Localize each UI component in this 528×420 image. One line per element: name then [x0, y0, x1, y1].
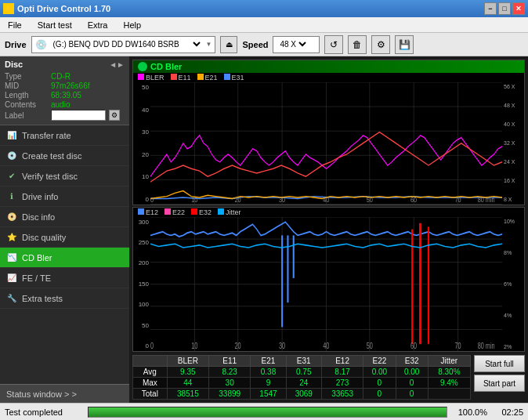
sidebar-item-transfer-rate[interactable]: 📊 Transfer rate	[0, 125, 129, 146]
chart1-legend: BLER E11 E21 E31	[133, 73, 524, 82]
legend2-jitter: Jitter	[218, 208, 241, 216]
y2r-6pct: 6%	[504, 281, 512, 287]
disc-label-input[interactable]	[51, 110, 106, 121]
svg-text:60: 60	[410, 341, 417, 350]
drive-label: Drive	[5, 40, 27, 49]
extra-tests-icon: 🔧	[6, 293, 17, 304]
legend1-bler: BLER	[138, 74, 165, 81]
erase-button[interactable]: 🗑	[348, 35, 367, 54]
disc-type-row: Type CD-R	[5, 72, 125, 81]
main-layout: Disc ◄► Type CD-R MID 97m26s66f Length 6…	[0, 56, 528, 403]
td-avg-e22: 0.00	[363, 367, 396, 378]
eject-button[interactable]: ⏏	[220, 36, 237, 53]
drive-select-dropdown[interactable]: (G:) BENQ DVD DD DW1640 BSRB	[50, 39, 203, 49]
drive-selector[interactable]: 💿 (G:) BENQ DVD DD DW1640 BSRB ▼	[31, 36, 216, 53]
label-gear-button[interactable]: ⚙	[109, 110, 120, 121]
speed-selector[interactable]: 48 X	[273, 36, 320, 53]
sidebar-item-cd-bler[interactable]: 📉 CD Bler	[0, 248, 129, 268]
y2-200: 200	[139, 259, 149, 266]
y2-100: 100	[139, 301, 149, 308]
td-avg-e31: 0.75	[286, 367, 321, 378]
table-row-total: Total 38515 33899 1547 3069 33653 0 0	[133, 389, 471, 400]
th-empty	[133, 356, 168, 367]
y2r-8pct: 8%	[504, 250, 512, 255]
y2r-4pct: 4%	[504, 313, 512, 318]
sidebar-item-verify-test-disc[interactable]: ✔ Verify test disc	[0, 166, 129, 186]
td-avg-e21: 0.38	[251, 367, 286, 378]
sidebar-item-cd-bler-label: CD Bler	[22, 253, 52, 262]
th-e31: E31	[286, 356, 321, 367]
sidebar-item-create-test-disc[interactable]: 💿 Create test disc	[0, 146, 129, 166]
chart2-y-axis-left: 300 250 200 150 100 50 0	[133, 217, 150, 352]
minimize-button[interactable]: −	[484, 2, 497, 15]
app-icon: ⚡	[3, 3, 14, 14]
svg-text:70: 70	[454, 341, 461, 350]
chart1-title-text: CD Bler	[150, 62, 182, 71]
chart2-y-axis-right: 10% 8% 6% 4% 2%	[502, 217, 524, 352]
legend1-e11: E11	[171, 74, 191, 81]
td-max-bler: 44	[167, 378, 208, 389]
fe-te-icon: 📈	[6, 273, 17, 284]
td-total-e31: 3069	[286, 389, 321, 400]
start-full-button[interactable]: Start full	[474, 355, 525, 372]
save-button[interactable]: 💾	[395, 35, 414, 54]
disc-header: Disc ◄►	[5, 60, 125, 69]
svg-text:60: 60	[410, 195, 417, 204]
svg-text:50: 50	[367, 341, 373, 350]
sidebar-item-disc-info[interactable]: 📀 Disc info	[0, 207, 129, 227]
sidebar-item-transfer-rate-label: Transfer rate	[22, 131, 71, 140]
td-max-jitter: 9.4%	[428, 378, 470, 389]
table-row-avg: Avg 9.35 8.23 0.38 0.75 8.17 0.00 0.00 8…	[133, 367, 471, 378]
nav-section: 📊 Transfer rate 💿 Create test disc ✔ Ver…	[0, 125, 129, 384]
td-avg-jitter: 8.30%	[428, 367, 470, 378]
svg-text:20: 20	[235, 341, 241, 350]
svg-text:50: 50	[367, 195, 373, 204]
td-avg-e32: 0.00	[396, 367, 428, 378]
td-max-e11: 30	[209, 378, 251, 389]
y2-250: 250	[139, 239, 149, 246]
content-area: CD Bler BLER E11 E21 E31 50 40 30 20 10	[129, 56, 528, 403]
verify-test-disc-icon: ✔	[6, 171, 17, 182]
y1r-56x: 56 X	[504, 84, 515, 89]
sidebar-item-disc-info-label: Disc info	[22, 212, 55, 222]
disc-arrow[interactable]: ◄►	[109, 60, 125, 69]
th-bler: BLER	[167, 356, 208, 367]
legend1-e21: E21	[197, 74, 218, 81]
td-total-jitter	[428, 389, 470, 400]
sidebar-item-extra-tests[interactable]: 🔧 Extra tests	[0, 288, 129, 309]
table-row-max: Max 44 30 9 24 273 0 0 9.4%	[133, 378, 471, 389]
menu-extra[interactable]: Extra	[83, 19, 113, 31]
sidebar-item-fe-te[interactable]: 📈 FE / TE	[0, 268, 129, 288]
menu-bar: File Start test Extra Help	[0, 17, 528, 33]
stats-table: BLER E11 E21 E31 E12 E22 E32 Jitter Avg …	[132, 355, 471, 400]
svg-text:0: 0	[150, 341, 154, 350]
svg-text:80 min: 80 min	[478, 195, 495, 204]
chart1-svg: 0 10 20 30 40 50 60 70 80 min	[150, 82, 502, 205]
settings-button[interactable]: ⚙	[371, 35, 390, 54]
status-text: Test completed	[5, 407, 83, 417]
td-total-e22: 0	[363, 389, 396, 400]
menu-file[interactable]: File	[3, 19, 27, 31]
status-window-label: Status window > >	[6, 389, 77, 399]
transfer-rate-icon: 📊	[6, 130, 17, 141]
disc-panel-title: Disc	[5, 60, 23, 69]
y1r-8x: 8 X	[504, 197, 512, 202]
menu-help[interactable]: Help	[118, 19, 146, 31]
close-button[interactable]: ✕	[512, 2, 525, 15]
maximize-button[interactable]: □	[498, 2, 511, 15]
speed-select-dropdown[interactable]: 48 X	[277, 39, 309, 49]
disc-label-row: Label ⚙	[5, 110, 125, 121]
start-buttons: Start full Start part	[474, 355, 525, 392]
status-window-button[interactable]: Status window > >	[0, 384, 129, 403]
start-part-button[interactable]: Start part	[474, 375, 525, 392]
td-avg-bler: 9.35	[167, 367, 208, 378]
sidebar-item-create-test-disc-label: Create test disc	[22, 151, 81, 161]
window-controls[interactable]: − □ ✕	[484, 2, 525, 15]
sidebar-item-extra-tests-label: Extra tests	[22, 294, 63, 303]
menu-start-test[interactable]: Start test	[33, 19, 77, 31]
sidebar-item-drive-info[interactable]: ℹ Drive info	[0, 186, 129, 207]
refresh-button[interactable]: ↺	[324, 35, 343, 54]
sidebar-item-disc-quality[interactable]: ⭐ Disc quality	[0, 227, 129, 248]
disc-contents-row: Contents audio	[5, 100, 125, 109]
th-e12: E12	[321, 356, 363, 367]
